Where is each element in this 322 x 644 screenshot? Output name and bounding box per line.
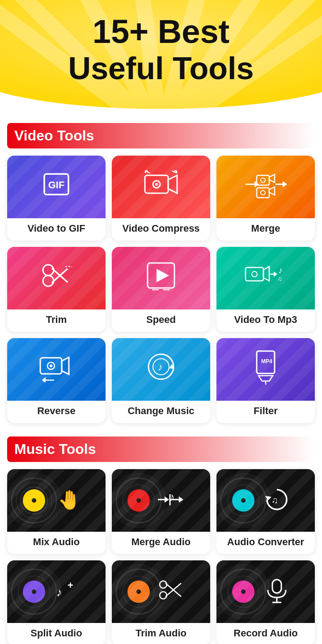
tool-mix-audio[interactable]: 🤚 Mix Audio bbox=[7, 469, 106, 554]
svg-point-106 bbox=[241, 589, 246, 594]
svg-text:🤚: 🤚 bbox=[58, 489, 80, 511]
svg-point-90 bbox=[32, 589, 36, 594]
tool-video-to-mp3[interactable]: ♪ ♫ Video To Mp3 bbox=[216, 247, 315, 332]
svg-text:♪: ♪ bbox=[278, 265, 283, 275]
svg-point-94 bbox=[116, 569, 161, 614]
tool-label-trim-audio: Trim Audio bbox=[133, 623, 189, 644]
svg-point-64 bbox=[21, 487, 47, 514]
svg-rect-26 bbox=[257, 188, 269, 198]
tool-trim-audio[interactable]: Trim Audio bbox=[112, 560, 210, 644]
svg-point-71 bbox=[127, 489, 150, 512]
merge-icon bbox=[243, 169, 288, 205]
music-icon: ♪ bbox=[143, 349, 179, 390]
tool-label-video-compress: Video Compress bbox=[119, 218, 202, 241]
svg-point-82 bbox=[232, 489, 254, 512]
svg-marker-44 bbox=[274, 271, 277, 277]
tool-label-audio-converter: Audio Converter bbox=[225, 532, 307, 554]
tool-label-filter: Filter bbox=[251, 401, 280, 423]
video-tools-label: Video Tools bbox=[14, 127, 94, 144]
tool-label-trim: Trim bbox=[43, 309, 69, 332]
trim-icon bbox=[38, 258, 74, 299]
svg-point-99 bbox=[160, 592, 167, 599]
svg-point-96 bbox=[127, 580, 150, 603]
tool-label-change-music: Change Music bbox=[125, 401, 197, 423]
svg-point-86 bbox=[7, 564, 62, 619]
music-tools-grid: 🤚 Mix Audio bbox=[0, 469, 322, 644]
svg-text:♫: ♫ bbox=[271, 495, 278, 505]
tool-record-audio[interactable]: Record Audio bbox=[216, 560, 315, 644]
svg-point-70 bbox=[123, 485, 154, 516]
svg-point-65 bbox=[23, 489, 45, 512]
reverse-icon bbox=[38, 351, 74, 388]
svg-text:GIF: GIF bbox=[48, 179, 65, 191]
svg-text:♪: ♪ bbox=[56, 585, 62, 599]
svg-point-80 bbox=[221, 478, 266, 523]
filter-icon: MP4 bbox=[248, 349, 284, 390]
tool-label-speed: Speed bbox=[144, 309, 178, 332]
tool-audio-converter[interactable]: ♫ Audio Converter bbox=[216, 469, 315, 554]
tool-split-audio[interactable]: ♪ + Split Audio bbox=[7, 560, 106, 644]
svg-marker-78 bbox=[179, 496, 183, 503]
svg-point-83 bbox=[241, 498, 246, 503]
music-tools-label: Music Tools bbox=[14, 441, 96, 458]
svg-marker-12 bbox=[168, 175, 177, 193]
svg-point-98 bbox=[160, 581, 167, 588]
video-tools-grid: GIF Video to GIF bbox=[0, 156, 322, 428]
video-tools-section: Video Tools GIF Video to GIF bbox=[0, 123, 322, 428]
svg-text:MP4: MP4 bbox=[261, 358, 272, 364]
mp3-icon: ♪ ♫ bbox=[243, 258, 288, 299]
tool-label-mix-audio: Mix Audio bbox=[30, 532, 82, 554]
header-line2: Useful Tools bbox=[9, 50, 313, 87]
tool-label-reverse: Reverse bbox=[34, 401, 78, 423]
svg-point-63 bbox=[16, 483, 52, 518]
svg-point-105 bbox=[232, 580, 254, 603]
svg-marker-74 bbox=[165, 496, 169, 503]
svg-point-81 bbox=[228, 485, 259, 516]
music-tools-header: Music Tools bbox=[7, 436, 315, 462]
svg-point-88 bbox=[18, 576, 50, 607]
tool-filter[interactable]: MP4 Filter bbox=[216, 338, 315, 423]
tool-change-music[interactable]: ♪ Change Music bbox=[112, 338, 210, 423]
svg-text:♫: ♫ bbox=[277, 275, 282, 282]
svg-marker-59 bbox=[258, 376, 273, 381]
svg-point-32 bbox=[43, 275, 54, 286]
svg-point-87 bbox=[12, 569, 56, 614]
tool-video-to-gif[interactable]: GIF Video to GIF bbox=[7, 156, 106, 241]
tool-trim[interactable]: Trim bbox=[7, 247, 106, 332]
svg-point-89 bbox=[23, 580, 45, 603]
speed-icon bbox=[143, 258, 179, 299]
tool-reverse[interactable]: Reverse bbox=[7, 338, 106, 423]
svg-marker-27 bbox=[269, 187, 275, 195]
svg-point-42 bbox=[252, 271, 257, 277]
svg-marker-24 bbox=[269, 174, 275, 182]
music-tools-section: Music Tools bbox=[0, 436, 322, 644]
svg-text:♪: ♪ bbox=[169, 490, 175, 504]
tool-label-split-audio: Split Audio bbox=[28, 623, 85, 644]
tool-label-merge-audio: Merge Audio bbox=[129, 532, 193, 554]
svg-marker-48 bbox=[62, 357, 69, 374]
svg-point-28 bbox=[261, 191, 265, 195]
svg-marker-37 bbox=[157, 269, 169, 282]
svg-marker-84 bbox=[265, 496, 271, 500]
svg-point-95 bbox=[123, 576, 154, 607]
svg-rect-40 bbox=[246, 267, 263, 281]
tool-merge[interactable]: Merge bbox=[216, 156, 315, 241]
gif-icon: GIF bbox=[41, 169, 72, 205]
compress-icon bbox=[143, 169, 179, 205]
svg-point-66 bbox=[32, 498, 36, 503]
svg-point-31 bbox=[43, 265, 54, 275]
svg-point-72 bbox=[136, 498, 141, 503]
svg-text:♪: ♪ bbox=[158, 361, 163, 373]
svg-point-79 bbox=[216, 473, 271, 528]
tool-video-compress[interactable]: Video Compress bbox=[112, 156, 210, 241]
svg-point-103 bbox=[221, 569, 266, 614]
svg-rect-107 bbox=[272, 580, 281, 593]
tool-label-record-audio: Record Audio bbox=[231, 623, 300, 644]
svg-marker-41 bbox=[263, 267, 269, 281]
tool-speed[interactable]: Speed bbox=[112, 247, 210, 332]
svg-point-25 bbox=[261, 178, 265, 182]
svg-rect-23 bbox=[257, 175, 269, 185]
svg-point-97 bbox=[136, 589, 141, 594]
tool-merge-audio[interactable]: ♪ Merge Audio bbox=[112, 469, 210, 554]
svg-point-69 bbox=[116, 478, 161, 523]
